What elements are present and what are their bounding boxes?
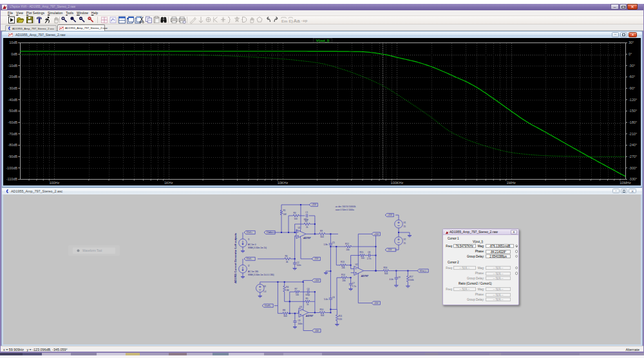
svg-text:C5: C5 [332,241,335,244]
svg-text:+15V: +15V [314,279,319,282]
svg-text:-60°: -60° [629,75,635,79]
svg-text:-30dB: -30dB [8,86,17,90]
svg-text:-270°: -270° [629,155,637,158]
svg-text:R4: R4 [286,286,289,288]
svg-text:R9: R9 [320,230,323,232]
svg-text:-30°: -30° [629,63,635,67]
svg-text:100n: 100n [298,323,302,325]
svg-text:U3: U3 [299,306,302,308]
svg-text:·op: ·op [301,19,308,23]
svg-text:R12: R12 [345,243,349,245]
svg-text:V2: V2 [404,238,406,241]
svg-text:R11: R11 [339,315,343,317]
svg-text:100KHz: 100KHz [391,181,404,185]
svg-text:-15V: -15V [374,302,379,305]
svg-text:-60dB: -60dB [8,120,17,124]
svg-text:2.7n: 2.7n [367,258,371,260]
svg-text:R2: R2 [305,220,308,223]
svg-text:SINE(-3.34m 1m 1k 0 0 180): SINE(-3.34m 1m 1k 0 0 180) [248,274,274,276]
svg-text:1M: 1M [286,289,289,292]
svg-text:V3: V3 [263,285,266,288]
svg-text:100: 100 [294,218,298,220]
svg-text:-180°: -180° [629,120,637,124]
svg-text:AD797: AD797 [303,237,311,240]
svg-text:U1: U1 [298,227,301,229]
svg-text:AC 1m 0: AC 1m 0 [248,243,256,246]
svg-text:R1: R1 [283,209,286,212]
svg-text:100: 100 [361,257,365,259]
svg-text:10MHz: 10MHz [620,181,631,185]
svg-text:+15V: +15V [388,214,393,216]
svg-text:R7: R7 [295,288,298,290]
svg-text:4.4n: 4.4n [390,278,393,281]
svg-text:R10: R10 [320,308,324,311]
svg-text:5.6n: 5.6n [324,298,328,301]
svg-text:-240°: -240° [629,143,637,147]
svg-text:100k: 100k [410,279,414,281]
svg-text:30°: 30° [629,41,634,44]
svg-text:-15V: -15V [388,249,392,251]
svg-text:R6: R6 [285,255,288,258]
svg-text:1.4: 1.4 [263,290,267,293]
svg-text:-20dB: -20dB [8,75,17,79]
svg-text:R5: R5 [306,297,308,300]
svg-text:2k: 2k [306,226,308,229]
svg-text:R8: R8 [283,309,285,312]
svg-text:IOutL-: IOutL- [247,258,252,260]
svg-text:-210°: -210° [629,131,637,135]
svg-text:C6: C6 [332,296,335,299]
svg-text:I2: I2 [248,265,250,267]
svg-text:+15V: +15V [374,233,379,236]
svg-text:15: 15 [404,225,406,228]
svg-text:E}: E} [289,19,294,23]
svg-text:VOut_L: VOut_L [420,270,427,272]
svg-text:604: 604 [321,236,324,238]
svg-text:20k: 20k [346,249,350,251]
svg-text:-80dB: -80dB [8,143,17,147]
svg-text:C8: C8 [368,251,370,254]
svg-text:2.7n: 2.7n [352,285,356,288]
svg-text:20k: 20k [343,279,346,282]
svg-text:-300°: -300° [629,165,637,169]
svg-text:0dB: 0dB [11,52,17,56]
svg-text:R16: R16 [384,267,388,269]
svg-text:20k: 20k [342,267,345,269]
svg-text:-90°: -90° [629,86,635,90]
svg-text:C9: C9 [398,276,401,279]
svg-text:C7: C7 [352,282,355,285]
svg-text:IOutL+: IOutL+ [267,231,273,234]
svg-text:-15V: -15V [314,258,319,260]
svg-text:I1: I1 [248,238,250,241]
svg-text:-40dB: -40dB [8,97,17,101]
svg-text:-110dB: -110dB [6,177,18,181]
svg-text:15: 15 [404,242,406,245]
svg-text:Waveform Tool: Waveform Tool [82,249,102,252]
svg-text:AD797: AD797 [305,315,314,317]
svg-text:10k: 10k [296,294,299,296]
svg-text:V1: V1 [404,221,406,224]
svg-text:1.8n: 1.8n [324,243,328,246]
svg-text:C3: C3 [298,319,300,322]
svg-text:4k: 4k [286,261,289,263]
svg-text:.save 0 50m 0 1000u: .save 0 50m 0 1000u [335,209,354,211]
svg-text:IOutR+: IOutR+ [265,305,271,307]
svg-text:100p: 100p [305,294,310,296]
svg-text:R3: R3 [294,212,296,214]
svg-text:-100dB: -100dB [6,165,17,169]
svg-text:U2: U2 [355,263,358,266]
svg-text:10KHz: 10KHz [278,181,289,185]
svg-text:R15: R15 [360,251,364,254]
svg-text:0°: 0° [629,52,632,56]
svg-text:R13: R13 [341,261,345,263]
svg-text:-70dB: -70dB [8,131,17,135]
svg-text:Aa: Aa [294,18,301,24]
svg-text:Em: Em [281,19,287,23]
svg-text:-50dB: -50dB [8,109,17,113]
svg-text:10dB: 10dB [9,41,17,44]
svg-text:-90dB: -90dB [8,155,17,158]
svg-text:-150°: -150° [629,109,637,113]
svg-text:604: 604 [321,314,324,317]
svg-text:V(out_l): V(out_l) [316,39,329,42]
svg-text:R14: R14 [341,274,345,276]
svg-text:IOutL+: IOutL+ [247,231,253,234]
